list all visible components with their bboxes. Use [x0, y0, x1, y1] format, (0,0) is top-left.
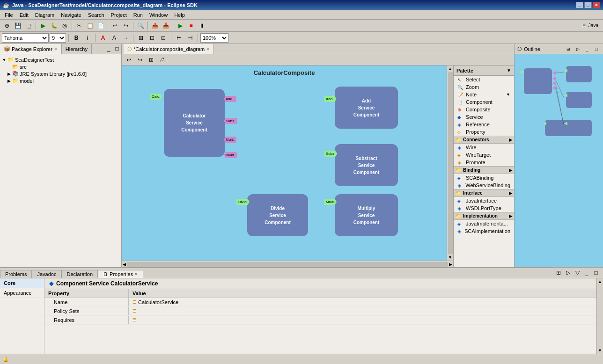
align-icons-button[interactable]: ⊞	[136, 33, 146, 43]
multiply-service-comp[interactable]: MultiplyServiceComponent	[335, 194, 398, 236]
outline-btn2[interactable]: ▷	[574, 45, 581, 53]
sidebar-appearance[interactable]: Appearance	[0, 288, 44, 298]
paste-button[interactable]: 📄	[96, 21, 106, 31]
maximize-button[interactable]: □	[584, 2, 592, 8]
pkg-close[interactable]: ✕	[54, 47, 58, 51]
v-scrollbar[interactable]: ▲ ▼	[447, 66, 453, 261]
calc-service-comp[interactable]: CalculatorServiceComponent	[164, 89, 225, 157]
tab-declaration[interactable]: Declaration	[61, 270, 98, 278]
palette-property[interactable]: ◇ Property	[454, 128, 514, 136]
divide-service-comp[interactable]: DivideServiceComponent	[247, 194, 308, 236]
align-left-button[interactable]: ⊢	[174, 33, 184, 43]
props-scroll-up[interactable]: ▲	[598, 279, 602, 284]
editor-fit[interactable]: ⊞	[146, 55, 156, 65]
props-v-scroll[interactable]: ▲ ▼	[596, 278, 603, 354]
line-color-button[interactable]: →	[120, 33, 131, 43]
debug-button[interactable]: 🐛	[49, 21, 59, 31]
palette-composite[interactable]: ⊕ Composite	[454, 106, 514, 113]
palette-wsdlporttype[interactable]: ◈ WSDLPortType	[454, 204, 514, 212]
palette-wsb[interactable]: ◈ WebServiceBinding	[454, 182, 514, 189]
palette-javainterface[interactable]: ◈ JavaInterface	[454, 197, 514, 204]
props-close[interactable]: ✕	[134, 272, 138, 277]
scroll-thumb-v[interactable]	[448, 72, 453, 254]
palette-impl-section[interactable]: 📁 Implementation ▶	[454, 212, 514, 220]
palette-connectors-section[interactable]: 📁 Connectors ▶	[454, 136, 514, 144]
package-explorer-tab[interactable]: 📦 Package Explorer ✕	[0, 44, 62, 54]
palette-note[interactable]: 📝 Note ▼	[454, 91, 514, 98]
tab-properties[interactable]: 🗒 Properties ✕	[98, 270, 143, 278]
maximize-panel-button[interactable]: □	[113, 44, 121, 53]
align-right-button[interactable]: ⊣	[185, 33, 195, 43]
play-button[interactable]: ▶	[175, 21, 185, 31]
scroll-thumb-h[interactable]	[127, 262, 448, 267]
size-select[interactable]: 9	[50, 33, 66, 43]
hierarchy-tab[interactable]: Hierarchy	[62, 44, 92, 54]
minimize-panel-button[interactable]: _	[104, 44, 113, 53]
tree-root[interactable]: ▼ 📁 ScaDesignerTest	[0, 56, 121, 63]
minimize-button[interactable]: _	[576, 2, 583, 8]
palette-scaimpl[interactable]: ◈ SCAImplementation	[454, 227, 514, 235]
palette-component[interactable]: ⬚ Component	[454, 98, 514, 106]
scroll-right[interactable]: ▶	[449, 262, 452, 267]
palette-wire[interactable]: ◈ Wire	[454, 144, 514, 151]
copy-button[interactable]: 📋	[85, 21, 95, 31]
tree-model[interactable]: ▶ 📁 model	[0, 77, 121, 84]
run2-button[interactable]: ◎	[59, 21, 70, 31]
grid-button[interactable]: ⊟	[158, 33, 169, 43]
props-min[interactable]: _	[582, 269, 591, 277]
tree-src[interactable]: 📂 src	[0, 63, 121, 70]
palette-binding-section[interactable]: 📁 Binding ▶	[454, 166, 514, 174]
redo-button[interactable]: ↪	[121, 21, 131, 31]
scroll-down[interactable]: ▼	[448, 255, 452, 260]
outline-min[interactable]: _	[583, 45, 591, 53]
palette-menu[interactable]: ▼	[507, 68, 511, 73]
menu-navigate[interactable]: Navigate	[58, 12, 84, 18]
add-service-comp[interactable]: AddServiceComponent	[335, 87, 398, 129]
save-button[interactable]: 💾	[13, 21, 23, 31]
run-button[interactable]: ▶	[38, 21, 48, 31]
menu-search[interactable]: Search	[85, 12, 107, 18]
font-color-button[interactable]: A	[98, 33, 108, 43]
scroll-up[interactable]: ▲	[448, 66, 452, 71]
bold-button[interactable]: B	[71, 33, 81, 43]
props-scroll-down[interactable]: ▼	[598, 348, 602, 353]
palette-scabinding[interactable]: ◈ SCABinding	[454, 174, 514, 182]
palette-interface-section[interactable]: 📁 Interface ▶	[454, 189, 514, 197]
editor-print[interactable]: 🖨	[157, 55, 168, 65]
props-max[interactable]: □	[592, 269, 600, 277]
export-button[interactable]: 📤	[150, 21, 160, 31]
new-button[interactable]: ⊕	[2, 21, 12, 31]
substract-service-comp[interactable]: SubstractServiceComponent	[335, 144, 398, 186]
cut-button[interactable]: ✂	[74, 21, 84, 31]
palette-zoom[interactable]: 🔍 Zoom	[454, 83, 514, 91]
snap-button[interactable]: ⊡	[147, 33, 157, 43]
pause-button[interactable]: ⏸	[197, 21, 207, 31]
diagram-tab-close[interactable]: ✕	[206, 47, 210, 51]
zoom-select[interactable]: 100%	[200, 33, 228, 43]
palette-service[interactable]: ◆ Service	[454, 113, 514, 121]
sidebar-core[interactable]: Core	[0, 278, 44, 288]
menu-window[interactable]: Window	[147, 12, 170, 18]
font-select[interactable]: Tahoma	[2, 33, 49, 43]
editor-redo[interactable]: ↪	[135, 55, 145, 65]
palette-promote[interactable]: ◈ Promote	[454, 159, 514, 166]
italic-button[interactable]: I	[82, 33, 93, 43]
tree-jre[interactable]: ▶ 📚 JRE System Library [jre1.6.0]	[0, 70, 121, 77]
menu-diagram[interactable]: Diagram	[32, 12, 58, 18]
menu-help[interactable]: Help	[171, 12, 188, 18]
props-btn1[interactable]: ⊞	[554, 269, 563, 277]
palette-wiretarget[interactable]: ◈ WireTarget	[454, 151, 514, 159]
menu-run[interactable]: Run	[131, 12, 146, 18]
tab-problems[interactable]: Problems	[0, 270, 32, 278]
highlight-color-button[interactable]: A	[109, 33, 119, 43]
close-button[interactable]: ✕	[593, 2, 600, 8]
menu-project[interactable]: Project	[108, 12, 130, 18]
menu-file[interactable]: File	[2, 12, 16, 18]
outline-max[interactable]: □	[593, 45, 600, 53]
props-btn2[interactable]: ▷	[564, 269, 572, 277]
editor-undo[interactable]: ↩	[124, 55, 134, 65]
import-button[interactable]: 📥	[161, 21, 171, 31]
palette-select[interactable]: ↖ Select	[454, 76, 514, 83]
undo-button[interactable]: ↩	[110, 21, 120, 31]
stop-button[interactable]: ■	[186, 21, 196, 31]
